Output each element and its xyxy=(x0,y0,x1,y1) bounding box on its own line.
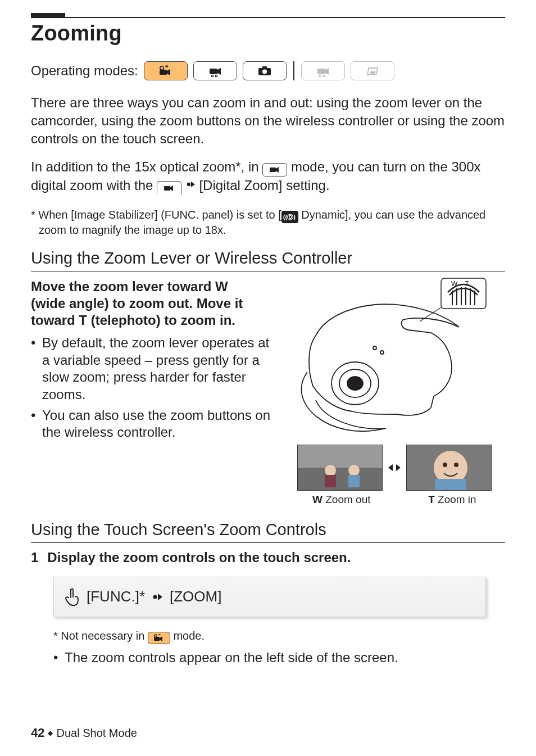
func-footnote-pre: * Not necessary in xyxy=(53,630,148,642)
camcorder-figure: W – T xyxy=(284,274,505,506)
mode-playback-video-icon xyxy=(301,61,345,80)
svg-marker-1 xyxy=(167,69,170,75)
zoom-out-thumbnail xyxy=(297,445,383,491)
instr-l1-pre: Move the zoom lever toward xyxy=(31,279,215,294)
zoom-label: [ZOOM] xyxy=(170,588,221,605)
mode-playback-photo-icon xyxy=(351,61,394,80)
svg-rect-10 xyxy=(317,69,325,74)
intro-note-pre: * When [Image Stabilizer] (FUNC. panel) … xyxy=(31,209,281,221)
svg-point-39 xyxy=(325,465,336,476)
svg-point-13 xyxy=(323,75,325,76)
mode-auto-icon xyxy=(144,61,188,80)
subheading-touch-zoom: Using the Touch Screen's Zoom Controls xyxy=(31,520,505,543)
instr-l3-pre: toward xyxy=(31,313,79,328)
svg-rect-3 xyxy=(210,69,217,74)
mode-manual-video-icon xyxy=(193,61,237,80)
func-footnote-post: mode. xyxy=(173,630,205,642)
svg-rect-38 xyxy=(298,468,382,490)
menu-marker-icon-2 xyxy=(152,591,163,603)
svg-marker-15 xyxy=(370,70,375,74)
svg-rect-8 xyxy=(262,66,267,69)
svg-marker-4 xyxy=(217,68,221,75)
step-number: 1 xyxy=(31,549,38,567)
bullet-variable-speed: By default, the zoom lever operates at a… xyxy=(31,334,276,404)
svg-point-25 xyxy=(347,377,363,390)
svg-marker-11 xyxy=(325,68,329,75)
svg-marker-17 xyxy=(276,167,279,173)
svg-rect-37 xyxy=(298,445,382,468)
svg-text:((Ⓓ)): ((Ⓓ)) xyxy=(283,214,296,220)
svg-rect-52 xyxy=(154,637,160,641)
svg-rect-16 xyxy=(270,168,276,172)
svg-rect-18 xyxy=(164,186,170,191)
func-footnote: * Not necessary in mode. xyxy=(53,630,505,644)
svg-point-5 xyxy=(211,75,213,76)
svg-point-50 xyxy=(153,595,157,599)
svg-point-6 xyxy=(215,75,217,76)
svg-point-12 xyxy=(319,75,321,76)
intro-p2-pre: In addition to the 15x optical zoom*, in xyxy=(31,159,262,174)
svg-rect-0 xyxy=(160,70,167,75)
func-label: [FUNC.]* xyxy=(87,588,145,605)
double-arrow-icon xyxy=(386,461,403,474)
footer-chapter: Dual Shot Mode xyxy=(56,727,137,740)
intro-footnote: * When [Image Stabilizer] (FUNC. panel) … xyxy=(39,208,505,238)
section-title: Zooming xyxy=(31,21,505,46)
svg-marker-19 xyxy=(170,185,173,191)
svg-point-54 xyxy=(154,635,157,637)
svg-marker-44 xyxy=(396,464,401,471)
svg-point-20 xyxy=(187,183,190,186)
mode-manual-photo-icon xyxy=(243,61,287,80)
dynamic-is-icon: ((Ⓓ)) xyxy=(281,211,298,223)
manual-video-small-icon xyxy=(262,163,287,176)
touch-icon xyxy=(64,587,80,606)
svg-marker-43 xyxy=(388,464,393,471)
auto-mode-small-icon xyxy=(148,632,170,644)
intro-paragraph-1: There are three ways you can zoom in and… xyxy=(31,94,505,148)
caption-zoom-in: T Zoom in xyxy=(428,494,476,506)
operating-modes-row: Operating modes: xyxy=(31,61,505,80)
svg-point-2 xyxy=(160,66,163,70)
zoom-instruction: Move the zoom lever toward W (wide angle… xyxy=(31,278,276,329)
intro-p2-post: [Digital Zoom] setting. xyxy=(199,178,329,193)
step-text: Display the zoom controls on the touch s… xyxy=(47,549,351,567)
result-bullet: The zoom controls appear on the left sid… xyxy=(53,650,505,666)
svg-point-27 xyxy=(380,351,384,354)
instr-l2: (wide angle) to zoom out. Move it xyxy=(31,296,243,311)
zoom-in-thumbnail xyxy=(406,445,492,491)
menu-marker-icon xyxy=(185,179,196,190)
svg-point-48 xyxy=(443,463,447,467)
bullet-wireless-controller: You can also use the zoom buttons on the… xyxy=(31,407,276,441)
page-footer: 42 ◆ Dual Shot Mode xyxy=(31,726,137,740)
svg-rect-47 xyxy=(435,479,466,490)
svg-marker-53 xyxy=(160,636,162,641)
step-1: 1 Display the zoom controls on the touch… xyxy=(31,549,505,567)
operating-modes-label: Operating modes: xyxy=(31,63,138,79)
svg-marker-51 xyxy=(158,594,162,600)
menu-tab-video-icon xyxy=(157,181,181,194)
page-number: 42 xyxy=(31,726,44,740)
intro-paragraph-2: In addition to the 15x optical zoom*, in… xyxy=(31,158,505,195)
mode-separator xyxy=(293,61,294,80)
subheading-zoom-lever: Using the Zoom Lever or Wireless Control… xyxy=(31,249,505,271)
svg-marker-21 xyxy=(191,182,195,187)
t-glyph: T xyxy=(79,313,87,328)
svg-rect-40 xyxy=(325,475,336,487)
func-zoom-bar: [FUNC.]* [ZOOM] xyxy=(53,577,486,617)
w-glyph: W xyxy=(215,279,228,294)
svg-point-26 xyxy=(373,346,376,350)
svg-rect-42 xyxy=(348,475,360,487)
footer-diamond-icon: ◆ xyxy=(48,729,53,737)
instr-l3-post: (telephoto) to zoom in. xyxy=(87,313,235,328)
svg-point-41 xyxy=(348,465,360,476)
caption-zoom-out: W Zoom out xyxy=(312,494,370,506)
svg-point-9 xyxy=(262,70,267,74)
svg-point-49 xyxy=(454,463,458,467)
